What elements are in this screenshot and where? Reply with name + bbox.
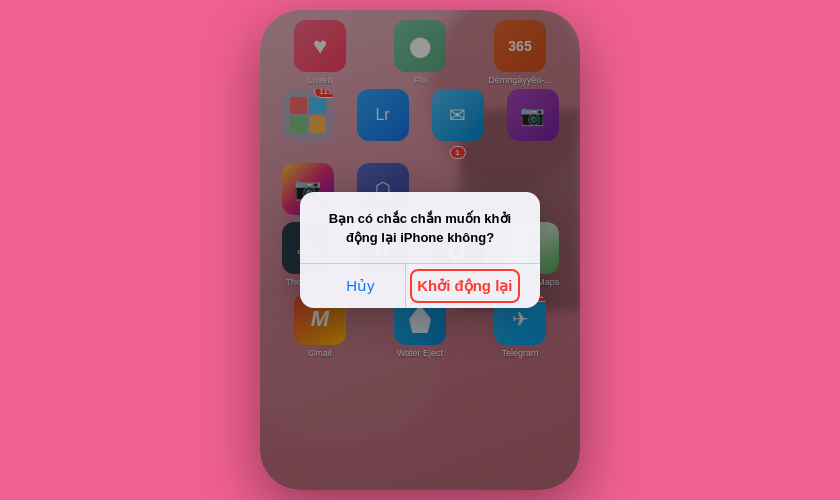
cancel-button[interactable]: Hủy [316,264,406,308]
restart-button[interactable]: Khởi động lại [410,269,520,303]
alert-dialog: Bạn có chắc chắn muốn khởi động lại iPho… [300,192,540,307]
phone-frame: ♥ LoveIt ⬤ Flo 365 Démngàyyêu-... [260,10,580,490]
alert-message: Bạn có chắc chắn muốn khởi động lại iPho… [316,210,524,246]
home-screen: ♥ LoveIt ⬤ Flo 365 Démngàyyêu-... [260,10,580,490]
alert-overlay: Bạn có chắc chắn muốn khởi động lại iPho… [260,10,580,490]
alert-buttons: Hủy Khởi động lại [316,264,524,308]
